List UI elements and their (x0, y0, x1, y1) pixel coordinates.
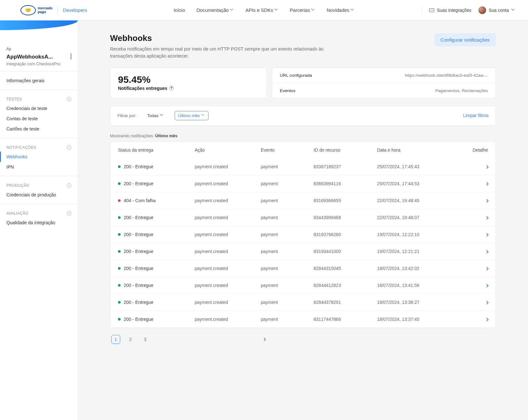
datetime-cell: 19/07/2024, 12:22:10 (377, 232, 459, 237)
chevron-right-icon (71, 53, 71, 59)
info-icon[interactable] (67, 183, 71, 188)
resource-id-cell: 83169366655 (314, 198, 377, 203)
sidebar-item-general-info[interactable]: Informações gerais (0, 75, 78, 86)
table-row: 200 - Entreguepayment.createdpayment8284… (110, 294, 496, 311)
clear-filters-link[interactable]: Limpar filtros (463, 113, 489, 118)
sidebar-section-tests: TESTES (0, 94, 78, 103)
table-row: 200 - Entreguepayment.createdpayment8319… (110, 226, 496, 243)
help-icon[interactable] (169, 86, 174, 91)
sidebar-item-production-credentials[interactable]: Credenciais de produção (0, 190, 78, 200)
action-cell: payment.created (195, 198, 261, 203)
page-1[interactable]: 1 (111, 335, 120, 344)
event-cell: payment (261, 266, 313, 271)
action-cell: payment.created (195, 249, 261, 254)
status-dot-icon (118, 318, 121, 321)
detail-link[interactable] (485, 250, 488, 253)
status-text: 200 - Entregue (124, 181, 154, 186)
detail-link[interactable] (485, 217, 488, 219)
page-next[interactable] (260, 335, 269, 344)
action-cell: payment.created (195, 181, 261, 186)
chevron-right-icon (485, 233, 488, 236)
info-icon[interactable] (67, 211, 71, 216)
status-text: 200 - Entregue (124, 164, 154, 169)
table-row: 200 - Entreguepayment.createdpayment8366… (110, 175, 496, 192)
status-dot-icon (118, 284, 121, 287)
status-dot-icon (118, 216, 121, 219)
datetime-cell: 18/07/2024, 13:37:45 (377, 317, 459, 322)
table-header-row: Status da entrega Ação Evento ID do recu… (110, 142, 496, 158)
chevron-right-icon (485, 165, 488, 169)
chevron-right-icon (485, 318, 488, 321)
resource-id-cell: 83443999468 (314, 215, 377, 220)
breadcrumb[interactable]: Ap (6, 47, 71, 51)
detail-link[interactable] (485, 301, 488, 304)
status-text: 200 - Entregue (124, 249, 154, 254)
datetime-cell: 18/07/2024, 13:42:02 (377, 266, 459, 271)
filter-chip-all[interactable]: Todas (144, 111, 167, 120)
main-content: Webhooks Receba notificações em tempo re… (78, 20, 528, 420)
resource-id-cell: 83117447866 (314, 317, 377, 322)
brand-logo[interactable]: 🤝 mercadopago Developers (20, 5, 87, 15)
mercadopago-icon: 🤝 (20, 5, 36, 15)
events-label: Eventos (280, 88, 296, 93)
kpi-card: 95.45% Notificações entregues (110, 67, 267, 99)
table-row: 200 - Entreguepayment.createdpayment8284… (110, 260, 496, 277)
table-row: 200 - Entreguepayment.createdpayment8344… (110, 209, 496, 226)
col-event: Evento (261, 147, 313, 153)
brand-main-text: mercadopago (38, 6, 52, 14)
nav-novidades[interactable]: Novidades (327, 7, 354, 13)
account-menu[interactable]: Sua conta (478, 6, 515, 14)
detail-link[interactable] (485, 183, 488, 185)
col-resource: ID do recurso (314, 147, 377, 153)
action-cell: payment.created (195, 266, 261, 271)
detail-link[interactable] (485, 284, 488, 287)
detail-link[interactable] (485, 267, 488, 270)
chevron-down-icon (511, 8, 515, 12)
resource-id-cell: 82844412823 (314, 283, 377, 288)
status-dot-icon (118, 182, 121, 185)
event-cell: payment (261, 232, 313, 237)
app-name: AppWebhooksA... (6, 54, 53, 60)
nav-apis[interactable]: APIs e SDKs (245, 7, 278, 13)
chevron-right-icon (485, 301, 488, 304)
detail-link[interactable] (485, 318, 488, 321)
sidebar-item-webhooks[interactable]: Webhooks (0, 152, 78, 162)
filter-bar: Filtrar por: Todas Último mês Limpar fil… (110, 106, 496, 126)
detail-link[interactable] (485, 200, 488, 202)
datetime-cell: 19/07/2024, 12:21:21 (377, 249, 459, 254)
sidebar-item-integration-quality[interactable]: Qualidade da integração (0, 218, 78, 228)
nav-documentacao[interactable]: Documentação (197, 7, 234, 13)
detail-link[interactable] (485, 234, 488, 236)
nav-parcerias[interactable]: Parcerias (290, 7, 315, 13)
detail-link[interactable] (485, 166, 488, 168)
sidebar-item-ipn[interactable]: IPN (0, 162, 78, 172)
status-text: 200 - Entregue (124, 215, 154, 220)
nav-inicio[interactable]: Início (174, 7, 185, 13)
page-3[interactable]: 3 (141, 335, 150, 344)
status-dot-icon (118, 250, 121, 253)
sidebar-section-evaluation: AVALIAÇÃO (0, 208, 78, 218)
sidebar-item-test-credentials[interactable]: Credenciais de teste (0, 103, 78, 114)
chevron-right-icon (485, 267, 488, 270)
event-cell: payment (261, 181, 313, 186)
sidebar-item-test-accounts[interactable]: Contas de teste (0, 114, 78, 124)
page-2[interactable]: 2 (126, 335, 135, 344)
datetime-cell: 22/07/2024, 19:48:07 (377, 215, 459, 220)
action-cell: payment.created (195, 317, 261, 322)
info-icon[interactable] (67, 145, 71, 150)
status-dot-icon (118, 165, 121, 168)
configure-notifications-button[interactable]: Configurar notificações (434, 33, 496, 46)
config-info-card: URL configurada https://webhook.site/df9… (272, 67, 496, 99)
sidebar-item-test-cards[interactable]: Cartões de teste (0, 124, 78, 134)
your-integrations-link[interactable]: Suas integrações (429, 8, 471, 13)
configured-url-label: URL configurada (280, 73, 312, 78)
info-icon[interactable] (67, 97, 71, 101)
integrations-icon (429, 8, 434, 12)
showing-notifications-text: Mostrando notificações: Último mês (110, 133, 496, 138)
sidebar: Ap AppWebhooksA... Integração com Checko… (0, 20, 78, 420)
event-cell: payment (261, 164, 313, 169)
resource-id-cell: 83193766280 (314, 232, 377, 237)
filter-chip-period[interactable]: Último mês (175, 111, 209, 120)
app-details-link[interactable] (71, 54, 71, 60)
action-cell: payment.created (195, 232, 261, 237)
